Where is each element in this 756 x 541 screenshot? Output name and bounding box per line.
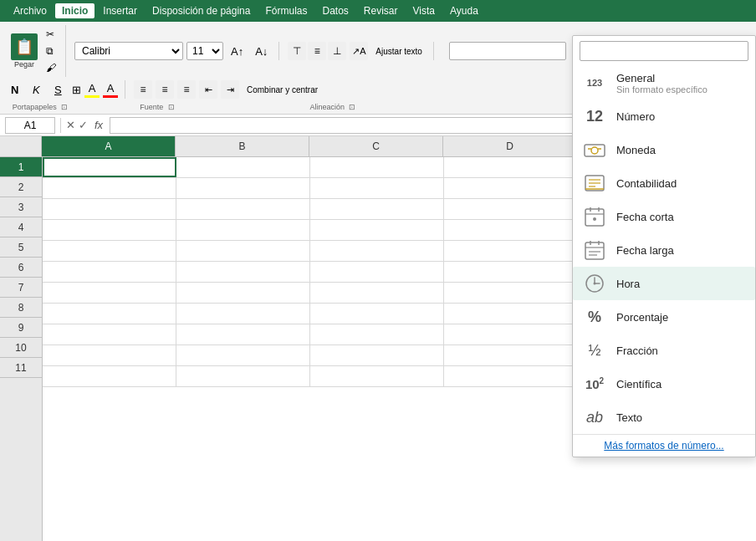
font-color-button[interactable]: A: [103, 82, 118, 98]
cell-B11[interactable]: [176, 366, 310, 386]
format-item-fraction[interactable]: ½ Fracción: [573, 334, 755, 367]
alineacion-expand[interactable]: ⊡: [349, 103, 355, 111]
col-header-A[interactable]: A: [42, 136, 176, 156]
cell-C6[interactable]: [310, 262, 444, 282]
menu-revisar[interactable]: Revisar: [357, 3, 405, 18]
paste-button[interactable]: 📋 Pegar: [7, 25, 42, 77]
cell-D4[interactable]: [444, 220, 578, 240]
row-num-9[interactable]: 9: [0, 318, 42, 338]
cell-D7[interactable]: [444, 283, 578, 303]
menu-archivo[interactable]: Archivo: [7, 3, 54, 18]
cell-D3[interactable]: [444, 199, 578, 219]
align-left-button[interactable]: ≡: [134, 80, 152, 99]
cell-C5[interactable]: [310, 241, 444, 261]
col-header-C[interactable]: C: [309, 136, 443, 156]
format-item-date-short[interactable]: Fecha corta: [573, 200, 755, 233]
menu-disposicion[interactable]: Disposición de página: [146, 3, 257, 18]
format-item-general[interactable]: 123 General Sin formato específico: [573, 66, 755, 100]
cell-A4[interactable]: [43, 220, 176, 240]
cell-C10[interactable]: [310, 345, 444, 365]
portapapeles-expand[interactable]: ⊡: [61, 103, 68, 111]
cell-D10[interactable]: [444, 345, 578, 365]
menu-vista[interactable]: Vista: [406, 3, 442, 18]
cell-C7[interactable]: [310, 283, 444, 303]
format-item-scientific[interactable]: 102 Científica: [573, 367, 755, 401]
cell-B7[interactable]: [176, 283, 310, 303]
row-num-11[interactable]: 11: [0, 358, 42, 378]
format-painter-button[interactable]: 🖌: [43, 60, 59, 75]
cell-A9[interactable]: [43, 324, 176, 345]
fuente-expand[interactable]: ⊡: [168, 103, 175, 111]
bold-button[interactable]: N: [7, 80, 25, 99]
format-item-time[interactable]: Hora: [573, 267, 755, 300]
format-item-text[interactable]: ab Texto: [573, 401, 755, 434]
cell-B2[interactable]: [176, 178, 310, 198]
cell-C1[interactable]: [310, 157, 444, 177]
format-item-accounting[interactable]: Contabilidad: [573, 166, 755, 200]
more-formats-link[interactable]: Más formatos de número...: [604, 440, 723, 452]
row-num-3[interactable]: 3: [0, 197, 42, 217]
fx-button[interactable]: fx: [91, 119, 106, 131]
cancel-formula-icon[interactable]: ✕: [66, 119, 75, 131]
menu-ayuda[interactable]: Ayuda: [443, 3, 485, 18]
cell-B3[interactable]: [176, 199, 310, 219]
cell-D9[interactable]: [444, 324, 578, 345]
cell-A7[interactable]: [43, 283, 176, 303]
format-item-percent[interactable]: % Porcentaje: [573, 300, 755, 334]
cell-B8[interactable]: [176, 304, 310, 324]
row-num-5[interactable]: 5: [0, 237, 42, 258]
copy-button[interactable]: ⧉: [43, 43, 59, 59]
increase-font-button[interactable]: A↑: [227, 43, 248, 60]
cell-C2[interactable]: [310, 178, 444, 198]
cell-A11[interactable]: [43, 366, 176, 386]
cell-A8[interactable]: [43, 304, 176, 324]
row-num-1[interactable]: 1: [0, 157, 42, 177]
cell-C11[interactable]: [310, 366, 444, 386]
format-item-number[interactable]: 12 Número: [573, 100, 755, 133]
cell-D8[interactable]: [444, 304, 578, 324]
format-item-currency[interactable]: Moneda: [573, 133, 755, 166]
cell-B1[interactable]: [176, 157, 310, 177]
menu-insertar[interactable]: Insertar: [96, 3, 144, 18]
cell-B6[interactable]: [176, 262, 310, 282]
cell-A6[interactable]: [43, 262, 176, 282]
cell-A2[interactable]: [43, 178, 176, 198]
row-num-4[interactable]: 4: [0, 217, 42, 237]
align-center-button[interactable]: ≡: [156, 80, 174, 99]
cell-reference-input[interactable]: [5, 117, 55, 134]
row-num-8[interactable]: 8: [0, 298, 42, 318]
borders-button[interactable]: ⊞: [72, 84, 81, 96]
cell-C8[interactable]: [310, 304, 444, 324]
cell-A10[interactable]: [43, 345, 176, 365]
format-search-input[interactable]: [580, 41, 748, 61]
confirm-formula-icon[interactable]: ✓: [79, 119, 88, 131]
col-header-B[interactable]: B: [176, 136, 309, 156]
cell-C3[interactable]: [310, 199, 444, 219]
number-format-input[interactable]: [449, 42, 566, 60]
cell-B5[interactable]: [176, 241, 310, 261]
cell-A3[interactable]: [43, 199, 176, 219]
row-num-6[interactable]: 6: [0, 258, 42, 278]
text-direction-button[interactable]: ↗A: [350, 42, 368, 60]
cell-C9[interactable]: [310, 324, 444, 345]
cut-button[interactable]: ✂: [43, 27, 59, 42]
merge-center-button[interactable]: Combinar y centrar: [243, 83, 322, 97]
increase-indent-button[interactable]: ⇥: [221, 80, 239, 99]
cell-D1[interactable]: [444, 157, 578, 177]
decrease-font-button[interactable]: A↓: [251, 43, 272, 60]
menu-datos[interactable]: Datos: [315, 3, 355, 18]
cell-A1[interactable]: [43, 157, 176, 177]
cell-D5[interactable]: [444, 241, 578, 261]
italic-button[interactable]: K: [28, 80, 47, 99]
cell-B4[interactable]: [176, 220, 310, 240]
align-right-button[interactable]: ≡: [177, 80, 196, 99]
cell-D11[interactable]: [444, 366, 578, 386]
cell-B10[interactable]: [176, 345, 310, 365]
align-bottom-button[interactable]: ⊥: [328, 42, 346, 60]
cell-A5[interactable]: [43, 241, 176, 261]
cell-D6[interactable]: [444, 262, 578, 282]
decrease-indent-button[interactable]: ⇤: [199, 80, 217, 99]
cell-B9[interactable]: [176, 324, 310, 345]
cell-D2[interactable]: [444, 178, 578, 198]
format-item-date-long[interactable]: Fecha larga: [573, 233, 755, 267]
